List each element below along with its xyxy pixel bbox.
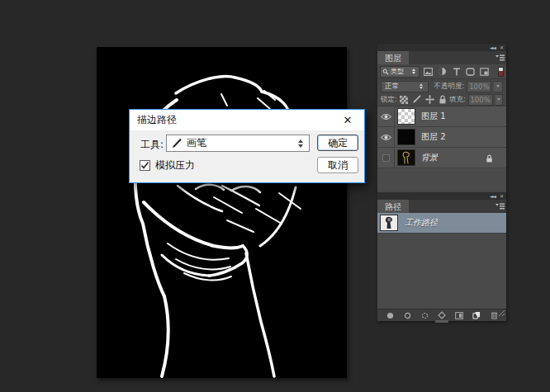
simulate-pressure-checkbox[interactable]: [140, 160, 150, 171]
stroke-path-icon[interactable]: [403, 311, 412, 320]
filter-kind-stepper: [412, 68, 417, 74]
opacity-label: 不透明度:: [434, 82, 465, 92]
type-filter-icon[interactable]: [451, 66, 462, 77]
panel-resize-grip[interactable]: [498, 305, 505, 320]
close-panel-icon[interactable]: ✕: [500, 194, 503, 199]
layer-name[interactable]: 图层 1: [421, 111, 446, 122]
filter-toggle[interactable]: [498, 67, 504, 77]
simulate-pressure-label: 模拟压力: [155, 158, 195, 172]
layers-panel-header: ◄◄ ✕: [377, 44, 506, 51]
close-panel-icon[interactable]: ✕: [500, 45, 503, 50]
make-work-path-icon[interactable]: [438, 311, 447, 320]
path-thumbnail[interactable]: [380, 215, 398, 231]
dialog-title: 描边路径: [137, 113, 177, 127]
collapse-panel-icon[interactable]: ◄◄: [490, 45, 495, 50]
paths-empty-area[interactable]: [377, 233, 506, 309]
adjustment-filter-icon[interactable]: [437, 66, 448, 77]
opacity-value[interactable]: 100%: [467, 81, 491, 92]
dialog-body: 工具: 画笔 确定 取消 模拟压力: [130, 130, 364, 182]
tool-label: 工具:: [140, 138, 164, 152]
panel-menu-icon[interactable]: [493, 51, 506, 64]
layer-row-2[interactable]: 图层 2: [377, 127, 506, 148]
new-path-icon[interactable]: [472, 311, 481, 320]
dialog-titlebar[interactable]: 描边路径 ✕: [130, 110, 364, 130]
layers-tab-row: 图层: [377, 51, 506, 64]
paths-panel: ◄◄ ✕ 路径 工作路径: [377, 192, 506, 321]
brush-icon: [171, 138, 183, 149]
work-path-row[interactable]: 工作路径: [377, 213, 506, 233]
layers-empty-area[interactable]: [377, 168, 506, 192]
magnifier-icon: [382, 68, 389, 75]
stroke-path-dialog: 描边路径 ✕ 工具: 画笔 确定 取消: [129, 109, 365, 183]
fill-dropdown-arrow[interactable]: [495, 94, 503, 106]
lock-label: 锁定:: [381, 95, 397, 105]
blend-mode-stepper: [420, 83, 424, 89]
layer-thumbnail[interactable]: [397, 129, 415, 145]
simulate-pressure-row: 模拟压力: [140, 158, 195, 172]
pixel-filter-icon[interactable]: [423, 66, 434, 77]
blend-mode-dropdown[interactable]: 正常: [381, 81, 429, 92]
layer-lock-icon: [486, 150, 493, 166]
fill-path-icon[interactable]: [386, 311, 395, 320]
document-canvas[interactable]: [97, 47, 347, 378]
layer-name[interactable]: 背景: [421, 152, 438, 163]
visibility-eye-empty[interactable]: [377, 148, 395, 168]
filter-kind-dropdown[interactable]: 类型: [380, 66, 420, 78]
tab-paths[interactable]: 路径: [377, 200, 409, 213]
lock-paint-icon[interactable]: [412, 92, 421, 107]
delete-path-icon[interactable]: [490, 311, 499, 320]
visibility-eye-icon[interactable]: [377, 127, 395, 147]
collapse-panel-icon[interactable]: ◄◄: [490, 194, 495, 199]
tab-layers[interactable]: 图层: [377, 51, 409, 64]
fill-value[interactable]: 100%: [468, 94, 493, 106]
layer-row-1[interactable]: 图层 1: [377, 106, 506, 127]
layer-row-background[interactable]: 背景: [377, 148, 506, 168]
paths-tab-row: 路径: [377, 200, 506, 213]
fill-label: 填充:: [449, 95, 466, 105]
tool-dropdown-value: 画笔: [187, 136, 206, 150]
shape-filter-icon[interactable]: [465, 66, 476, 77]
visibility-eye-icon[interactable]: [377, 106, 395, 126]
opacity-dropdown-arrow[interactable]: [494, 81, 503, 92]
lock-row: 锁定: 填充: 100%: [377, 93, 506, 106]
load-selection-icon[interactable]: [420, 311, 429, 320]
photoshop-workspace: 描边路径 ✕ 工具: 画笔 确定 取消: [0, 0, 550, 392]
lock-move-icon[interactable]: [425, 92, 434, 107]
add-mask-icon[interactable]: [455, 311, 464, 320]
close-icon[interactable]: ✕: [339, 114, 357, 126]
tool-dropdown[interactable]: 画笔: [166, 135, 310, 152]
tool-dropdown-stepper: [298, 139, 305, 148]
lock-all-icon[interactable]: [439, 92, 447, 107]
lock-transparent-icon[interactable]: [400, 96, 408, 104]
fist-line-art: [97, 47, 347, 378]
layer-thumbnail[interactable]: [397, 108, 415, 125]
checkmark-icon: [140, 161, 149, 170]
panel-resize-notch[interactable]: [435, 320, 448, 323]
blend-mode-value: 正常: [385, 82, 399, 92]
cancel-button[interactable]: 取消: [317, 157, 358, 173]
filter-kind-label: 类型: [391, 67, 404, 76]
layer-name[interactable]: 图层 2: [421, 131, 446, 143]
ok-button[interactable]: 确定: [317, 135, 358, 151]
paths-panel-header: ◄◄ ✕: [377, 192, 506, 200]
layer-filter-row: 类型: [377, 64, 506, 79]
panel-menu-icon[interactable]: [493, 200, 506, 213]
path-name[interactable]: 工作路径: [405, 217, 438, 229]
layers-panel: ◄◄ ✕ 图层 类型: [377, 44, 506, 192]
paths-toolbar: [377, 309, 506, 321]
layer-thumbnail[interactable]: [397, 149, 415, 166]
smart-object-filter-icon[interactable]: [479, 66, 490, 77]
